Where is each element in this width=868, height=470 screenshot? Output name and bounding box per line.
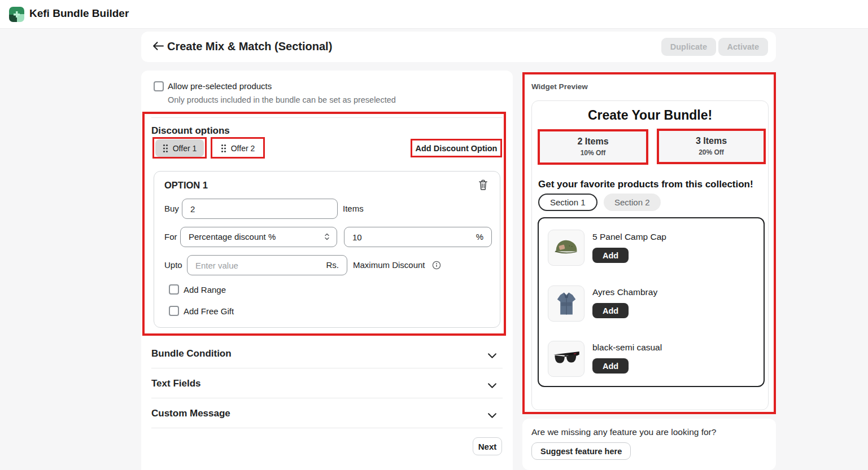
preselect-checkbox[interactable] — [154, 81, 164, 91]
buy-label: Buy — [164, 204, 179, 213]
info-icon[interactable] — [432, 261, 441, 272]
upto-label: Upto — [164, 260, 182, 270]
add-product-button[interactable]: Add — [592, 303, 629, 318]
section-2-tab[interactable]: Section 2 — [604, 194, 661, 211]
buy-quantity-input[interactable] — [182, 199, 337, 218]
option-1-card: OPTION 1 Buy Items For Percentage discou… — [154, 171, 500, 328]
offer-2-tab[interactable]: Offer 2 — [213, 139, 262, 157]
drag-handle-icon — [163, 144, 168, 153]
delete-option-trash-icon[interactable] — [478, 179, 488, 193]
custom-message-label: Custom Message — [151, 408, 230, 419]
section-1-tab[interactable]: Section 1 — [538, 194, 597, 211]
plus-glyph — [14, 11, 20, 17]
option-title: OPTION 1 — [164, 180, 208, 191]
discount-value-input[interactable] — [344, 227, 491, 247]
app-title: Kefi Bundle Builder — [29, 7, 129, 20]
offer-2-label: Offer 2 — [231, 144, 255, 153]
bundle-condition-accordion[interactable]: Bundle Condition — [141, 345, 513, 364]
text-fields-accordion[interactable]: Text Fields — [141, 375, 513, 394]
discount-type-selected-value: Percentage discount % — [189, 232, 276, 241]
chevron-down-icon — [488, 380, 497, 386]
add-range-label: Add Range — [184, 285, 226, 295]
tier-off-label: 10% Off — [540, 149, 646, 157]
tier-off-label: 20% Off — [659, 148, 764, 156]
app-logo-icon — [9, 7, 24, 22]
text-fields-label: Text Fields — [151, 378, 201, 389]
discount-options-heading: Discount options — [151, 125, 230, 137]
custom-message-accordion[interactable]: Custom Message — [141, 405, 513, 424]
percent-suffix: % — [476, 232, 483, 241]
tier-items-label: 3 Items — [659, 136, 764, 146]
divider — [151, 368, 503, 368]
add-product-button[interactable]: Add — [592, 248, 629, 263]
bundle-condition-label: Bundle Condition — [151, 348, 232, 359]
product-name: Ayres Chambray — [592, 287, 657, 297]
max-discount-input[interactable] — [187, 256, 347, 275]
chevron-down-icon — [488, 350, 497, 356]
section-1-label: Section 1 — [550, 197, 586, 207]
add-free-gift-label: Add Free Gift — [184, 306, 234, 316]
next-button[interactable]: Next — [473, 437, 502, 455]
discount-value-field: % — [344, 227, 492, 247]
widget-preview-frame: Create Your Bundle! 2 Items 10% Off 3 It… — [531, 100, 769, 410]
bundle-form-card: Allow pre-selected products Only product… — [141, 71, 513, 470]
cap-icon — [552, 233, 581, 262]
drag-handle-icon — [221, 144, 226, 153]
tier-items-label: 2 Items — [540, 137, 646, 147]
max-discount-label: Maximum Discount — [353, 260, 425, 270]
preselect-label: Allow pre-selected products — [168, 81, 272, 91]
add-range-checkbox[interactable] — [169, 284, 179, 295]
select-updown-icon — [324, 232, 330, 243]
for-label: For — [164, 232, 177, 241]
widget-preview-panel: Widget Preview Create Your Bundle! 2 Ite… — [522, 72, 776, 414]
product-image-cap — [548, 230, 585, 266]
add-free-gift-checkbox[interactable] — [169, 306, 179, 316]
divider — [151, 117, 503, 118]
collection-subtitle: Get your favorite products from this col… — [538, 179, 753, 190]
buy-quantity-field — [182, 199, 338, 219]
offer-1-tab[interactable]: Offer 1 — [155, 139, 204, 157]
suggest-feature-button[interactable]: Suggest feature here — [531, 442, 631, 460]
tier-3-items[interactable]: 3 Items 20% Off — [657, 129, 766, 164]
activate-button[interactable]: Activate — [718, 38, 768, 56]
product-name: 5 Panel Camp Cap — [592, 232, 666, 242]
top-bar: Kefi Bundle Builder — [0, 0, 868, 29]
widget-title: Create Your Bundle! — [532, 108, 768, 123]
add-product-button[interactable]: Add — [592, 358, 629, 374]
tier-2-items[interactable]: 2 Items 10% Off — [538, 129, 648, 165]
page-header: Create Mix & Match (Sectional) Duplicate… — [141, 32, 776, 62]
shirt-icon — [552, 289, 581, 318]
divider — [151, 398, 503, 398]
section-2-label: Section 2 — [614, 197, 650, 207]
preselect-help-text: Only products included in the bundle can… — [168, 95, 396, 104]
sunglasses-icon — [552, 344, 581, 374]
duplicate-button[interactable]: Duplicate — [661, 38, 716, 56]
chevron-down-icon — [488, 410, 497, 416]
feedback-card: Are we missing any feature you are looki… — [522, 419, 776, 470]
currency-suffix: Rs. — [326, 260, 339, 270]
add-discount-option-button[interactable]: Add Discount Option — [413, 140, 500, 156]
feedback-question: Are we missing any feature you are looki… — [531, 427, 716, 437]
page-title: Create Mix & Match (Sectional) — [167, 40, 332, 53]
offer-1-label: Offer 1 — [173, 144, 197, 153]
product-image-shirt — [548, 285, 585, 322]
product-name: black-semi casual — [592, 342, 662, 353]
divider — [151, 428, 503, 428]
product-list: 5 Panel Camp Cap Add Ayres Chambray Add — [538, 217, 765, 387]
back-arrow-icon[interactable] — [152, 41, 165, 52]
product-image-sunglasses — [548, 341, 585, 377]
widget-preview-label: Widget Preview — [531, 82, 588, 91]
items-label: Items — [343, 204, 364, 213]
max-discount-field: Rs. — [187, 255, 347, 275]
discount-type-select[interactable]: Percentage discount % — [180, 227, 337, 247]
